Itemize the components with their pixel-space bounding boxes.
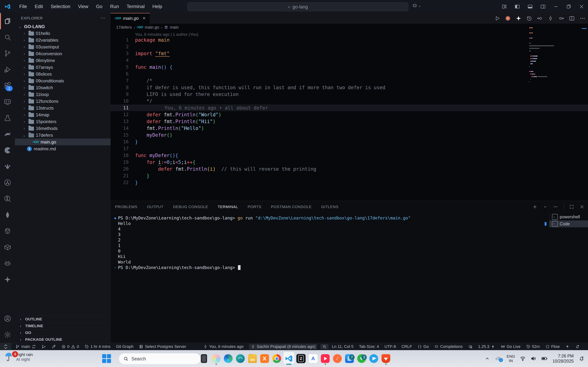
taskbar-app-postman[interactable]: ∕ [332,351,343,366]
remote-indicator[interactable] [0,343,11,350]
panel-tab-gitlens[interactable]: GITLENS [321,205,338,209]
statusbar-go-live[interactable]: Go Live [501,344,520,349]
layout-icon[interactable] [498,0,511,13]
statusbar-blame-author[interactable]: Sachin Prajapati (6 minutes ago) [249,344,317,349]
terminal-instance-code[interactable]: >_Code [549,220,588,227]
editor-action-play[interactable] [494,16,500,21]
taskbar-app-whatsapp[interactable]: 3 [356,351,367,366]
menu-file[interactable]: File [16,4,31,9]
activitybar-search[interactable] [0,29,15,45]
activitybar-ai-assistant[interactable] [0,255,15,271]
taskbar-app-vscode[interactable] [284,351,294,366]
panel-tab-ports[interactable]: PORTS [248,205,261,209]
panel-tab-output[interactable]: OUTPUT [147,205,164,209]
activitybar-postgres[interactable] [0,223,15,239]
breadcrumb[interactable]: 17defers› ≡GOmain.go› main [111,24,588,31]
statusbar-go-version[interactable]: 1.25.3 [478,344,495,349]
tree-folder-03userinput[interactable]: ›03userinput [15,43,111,50]
new-terminal-icon[interactable] [532,204,537,209]
menu-go[interactable]: Go [92,4,106,9]
panel-maximize-icon[interactable] [569,204,574,209]
panel-tab-problems[interactable]: PROBLEMS [115,205,138,209]
statusbar-launch[interactable] [52,344,56,349]
statusbar-problems[interactable]: 0 0 [61,344,79,349]
statusbar-sparkle-status[interactable] [565,344,570,349]
menu-run[interactable]: Run [106,4,123,9]
activitybar-accounts[interactable] [0,310,15,327]
editor-action-sparkle4[interactable] [516,16,521,21]
taskbar-app-phone-link[interactable] [199,351,209,366]
tree-folder-01hello[interactable]: ›01hello [15,30,111,37]
taskbar-app-edge[interactable] [223,351,233,366]
maximize-button[interactable] [562,0,575,13]
taskbar-search-input[interactable]: Search [119,353,201,364]
tree-root[interactable]: ⌄GO-LANG [15,23,111,30]
battery-icon[interactable] [541,356,548,361]
panel-more-icon[interactable] [553,204,558,209]
panel-close-icon[interactable] [579,204,584,209]
minimap[interactable] [529,27,576,104]
tree-folder-10switch[interactable]: ›10switch [15,84,111,91]
taskbar-app-youtube[interactable] [320,351,330,366]
menu-help[interactable]: Help [148,4,166,9]
menu-selection[interactable]: Selection [47,4,74,9]
activitybar-run-debug[interactable] [0,61,15,78]
tree-folder-02variables[interactable]: ›02variables [15,37,111,43]
copilot-menu-icon[interactable]: ⌄ [412,3,421,8]
activitybar-containers[interactable] [0,239,15,255]
activitybar-extensions[interactable]: 1 [0,78,15,94]
statusbar-git-graph[interactable]: Git Graph [116,344,133,349]
minimize-button[interactable] [549,0,562,13]
activitybar-remote-explorer[interactable] [0,94,15,110]
statusbar-git-graph-icon[interactable] [42,344,46,349]
tree-folder-12functions[interactable]: ›12functions [15,98,111,105]
tree-folder-16methods[interactable]: ›16methods [15,125,111,132]
tree-file-readme.md[interactable]: ireadme.md [15,145,111,152]
statusbar-notifications[interactable] [575,344,579,349]
statusbar-completions[interactable]: Completions [434,344,462,349]
activitybar-mongodb[interactable] [0,207,15,223]
statusbar-encoding[interactable]: UTF-8 [384,344,396,349]
tab-main-go[interactable]: ≡GO main.go ✕ [111,13,150,24]
activitybar-explorer[interactable] [0,13,15,29]
search-input[interactable]: ⌕ go-lang [187,2,408,11]
weather-widget[interactable]: 4 Light rain At night [4,352,33,362]
statusbar-git-branch[interactable]: main [16,344,36,349]
taskbar-app-teal-app[interactable]: ◠ [235,351,245,366]
menu-edit[interactable]: Edit [31,4,47,9]
statusbar-zoom-indicator[interactable] [320,344,329,349]
statusbar-indentation[interactable]: Tab Size: 4 [359,344,379,349]
panel-tab-postman-console[interactable]: POSTMAN CONSOLE [271,205,311,209]
activitybar-git-graph[interactable] [0,175,15,191]
tree-file-main.go[interactable]: ≡GOmain.go [15,139,111,145]
activitybar-database[interactable] [0,142,15,158]
statusbar-time-tracker[interactable]: 1 hr 4 mins [85,344,111,349]
statusbar-eol[interactable]: CRLF [401,344,412,349]
sidebar-section-go[interactable]: ›GO [15,329,111,336]
language-indicator[interactable]: ENGIN [507,354,515,363]
terminal-output[interactable]: ●PS D:\MyDevZone\Learning\tech-sandbox\g… [112,215,410,270]
tree-folder-14map[interactable]: ›14map [15,111,111,118]
activitybar-gitlens[interactable] [0,191,15,207]
statusbar-copilot-disabled[interactable] [468,344,473,349]
panel-right-icon[interactable] [536,0,549,13]
menu-terminal[interactable]: Terminal [123,4,148,9]
statusbar-session-time[interactable]: 52m [526,344,540,349]
terminal-dropdown-icon[interactable] [543,205,547,209]
statusbar-flow[interactable]: Flow [545,344,560,349]
editor-action-nextchg[interactable] [558,16,564,21]
activitybar-mysql[interactable] [0,126,15,142]
tray-chevron-icon[interactable] [485,356,490,361]
statusbar-blame-you[interactable]: You, 6 minutes ago [203,344,244,349]
tree-folder-06mytime[interactable]: ›06mytime [15,57,111,64]
panel-left-icon[interactable] [511,0,524,13]
statusbar-postgres-server[interactable]: Select Postgres Server [139,344,186,349]
editor-action-split[interactable] [569,16,575,21]
wifi-icon[interactable] [520,356,526,361]
taskbar-app-brave[interactable] [381,351,391,366]
onedrive-icon[interactable]: i [494,356,502,361]
explorer-more-icon[interactable]: ⋯ [101,15,106,21]
activitybar-testing[interactable] [0,110,15,126]
tree-folder-08slices[interactable]: ›08slices [15,71,111,77]
activitybar-source-control[interactable] [0,45,15,61]
